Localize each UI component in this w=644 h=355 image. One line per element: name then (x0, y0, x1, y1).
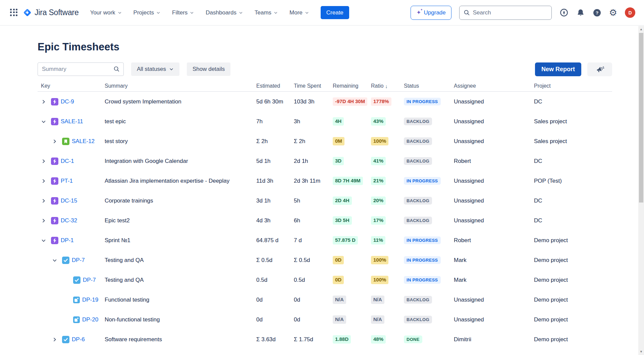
assignee-cell: Unassigned (454, 118, 534, 125)
expand-chevron-icon[interactable] (52, 139, 62, 144)
nav-filters[interactable]: Filters (172, 9, 194, 16)
key-cell: DP-7 (38, 276, 105, 284)
issue-key-link[interactable]: DP-7 (83, 277, 96, 283)
status-filter-dropdown[interactable]: All statuses (131, 62, 179, 76)
search-input[interactable] (459, 6, 552, 20)
issue-key-link[interactable]: DP-20 (82, 316, 98, 323)
nav-projects[interactable]: Projects (133, 9, 161, 16)
issue-summary: Software requirements (105, 336, 256, 343)
status-cell: IN PROGRESS (404, 236, 454, 245)
remaining-badge: 3D (333, 157, 344, 165)
issue-summary: Testing and QA (105, 277, 256, 283)
ratio-cell: 41% (371, 157, 404, 165)
remaining-badge: -97D 4H 30M (333, 97, 367, 106)
project-cell: DC (534, 217, 612, 224)
time-spent-cell: 2d 3h 11m (294, 178, 333, 184)
status-cell: BACKLOG (404, 217, 454, 225)
remaining-badge: 3D 5H (333, 216, 352, 225)
key-cell: DP-20 (38, 316, 105, 323)
subtask-icon (73, 297, 80, 303)
status-cell: BACKLOG (404, 197, 454, 205)
column-header-status[interactable]: Status (404, 83, 454, 89)
status-cell: IN PROGRESS (404, 276, 454, 284)
ratio-badge: 43% (371, 117, 386, 126)
create-button[interactable]: Create (321, 6, 349, 19)
column-header-remaining[interactable]: Remaining (333, 83, 371, 89)
issue-key-link[interactable]: DC-9 (61, 98, 74, 105)
ratio-cell: 100% (371, 256, 404, 264)
remaining-badge: 57.875 D (333, 236, 358, 245)
column-header-summary[interactable]: Summary (105, 83, 256, 89)
issue-key-link[interactable]: DC-1 (61, 158, 74, 165)
status-badge: BACKLOG (404, 316, 432, 324)
issue-key-link[interactable]: SALE-11 (61, 118, 83, 125)
remaining-cell: 3D (333, 157, 371, 165)
expand-chevron-icon[interactable] (52, 337, 62, 342)
nav-your-work[interactable]: Your work (90, 9, 122, 16)
scroll-down-arrow[interactable]: ▼ (638, 349, 644, 354)
collapse-chevron-icon[interactable] (41, 119, 51, 124)
time-spent-cell: Σ 1.75d (294, 336, 333, 343)
remaining-cell: N/A (333, 296, 371, 304)
column-header-ratio[interactable]: Ratio ↓ (371, 83, 404, 89)
expand-chevron-icon[interactable] (41, 159, 51, 164)
remaining-cell: 57.875 D (333, 236, 371, 245)
app-switcher-icon[interactable] (10, 9, 18, 17)
sort-descending-icon: ↓ (385, 83, 388, 89)
key-cell: DP-19 (38, 297, 105, 303)
notifications-button[interactable] (576, 8, 585, 17)
expand-chevron-icon[interactable] (41, 218, 51, 223)
remaining-cell: 0M (333, 137, 371, 145)
expand-chevron-icon[interactable] (41, 178, 51, 184)
scrollbar-thumb[interactable] (639, 33, 643, 203)
key-cell: DP-1 (38, 237, 105, 244)
issue-key-link[interactable]: DP-7 (72, 257, 85, 264)
column-header-time-spent[interactable]: Time Spent (294, 83, 333, 89)
column-header-assignee[interactable]: Assignee (454, 83, 534, 89)
project-cell: DC (534, 98, 612, 105)
task-icon (62, 257, 69, 264)
page-title: Epic Timesheets (38, 40, 612, 54)
feedback-button[interactable] (587, 62, 612, 76)
compass-icon (559, 8, 569, 17)
time-spent-cell: Σ 0.5d (294, 257, 333, 264)
discover-button[interactable] (559, 8, 569, 17)
main-content: Epic Timesheets All statuses Show detail… (0, 26, 644, 349)
issue-key-link[interactable]: DC-15 (61, 197, 77, 204)
nav-dashboards[interactable]: Dashboards (206, 9, 243, 16)
summary-filter-input[interactable] (38, 62, 124, 76)
nav-teams[interactable]: Teams (255, 9, 278, 16)
collapse-chevron-icon[interactable] (41, 238, 51, 243)
issue-key-link[interactable]: SALE-12 (72, 138, 95, 145)
column-header-project[interactable]: Project (534, 83, 612, 89)
expand-chevron-icon[interactable] (41, 198, 51, 204)
issue-summary: Testing and QA (105, 257, 256, 264)
key-cell: DC-32 (38, 217, 105, 224)
ratio-cell: 43% (371, 117, 404, 126)
estimated-cell: 0.5d (256, 277, 294, 283)
new-report-button[interactable]: New Report (535, 62, 581, 76)
issue-key-link[interactable]: PT-1 (61, 178, 73, 184)
settings-button[interactable]: ⚙ (609, 8, 617, 17)
ratio-badge: 17% (371, 216, 386, 225)
estimated-cell: 0d (256, 316, 294, 323)
issue-key-link[interactable]: DP-1 (61, 237, 74, 244)
issue-key-link[interactable]: DC-32 (61, 217, 77, 224)
issue-key-link[interactable]: DP-6 (72, 336, 85, 343)
collapse-chevron-icon[interactable] (52, 258, 62, 263)
question-icon: ? (593, 8, 601, 17)
upgrade-button[interactable]: ✦✦ Upgrade (411, 6, 451, 20)
column-header-key[interactable]: Key (38, 83, 105, 89)
scroll-up-arrow[interactable]: ▲ (638, 27, 644, 32)
expand-chevron-icon[interactable] (41, 99, 51, 104)
nav-more[interactable]: More (289, 9, 309, 16)
jira-logo[interactable]: Jira Software (23, 8, 79, 17)
ratio-cell: 17% (371, 216, 404, 225)
issue-key-link[interactable]: DP-19 (82, 297, 98, 303)
estimated-cell: 7h (256, 118, 294, 125)
avatar[interactable]: D (625, 7, 635, 18)
help-button[interactable]: ? (593, 8, 601, 17)
column-header-estimated[interactable]: Estimated (256, 83, 294, 89)
show-details-button[interactable]: Show details (187, 62, 230, 76)
filter-bar: All statuses Show details New Report (38, 62, 612, 76)
